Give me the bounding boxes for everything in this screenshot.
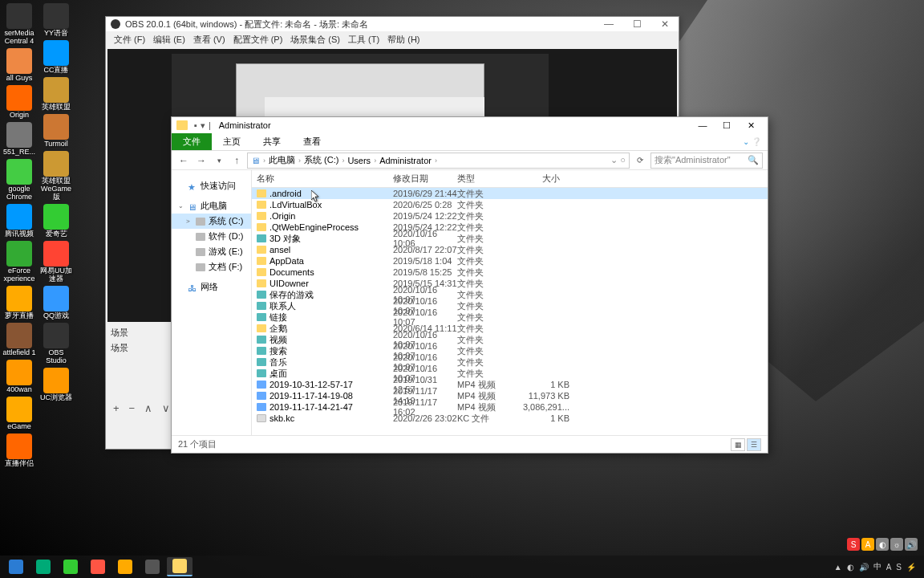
nav-drive[interactable]: 游戏 (E:) xyxy=(172,244,251,259)
column-size[interactable]: 大小 xyxy=(517,170,565,187)
nav-back-button[interactable]: ← xyxy=(176,153,191,168)
obs-menu-item[interactable]: 编辑 (E) xyxy=(150,32,188,47)
file-row[interactable]: UIDowner2019/5/15 14:31文件夹 xyxy=(252,278,768,289)
nav-recent-button[interactable]: ▾ xyxy=(212,153,226,168)
file-row[interactable]: .QtWebEngineProcess2019/5/24 12:22文件夹 xyxy=(252,222,768,233)
desktop-icon[interactable]: google Chrome xyxy=(2,159,37,201)
desktop-icon[interactable]: 爱奇艺 xyxy=(38,204,74,238)
file-row[interactable]: 视频2020/10/16 10:07文件夹 xyxy=(252,334,768,345)
explorer-window[interactable]: ▪ ▾ | Administrator — ☐ ✕ 文件 主页 共享 查看 ⌄ … xyxy=(171,116,768,454)
taskbar-item-media[interactable] xyxy=(58,557,83,576)
obs-menu-item[interactable]: 配置文件 (P) xyxy=(230,32,286,47)
view-details-button[interactable]: ☰ xyxy=(747,438,761,451)
nav-drive[interactable]: 文档 (F:) xyxy=(172,259,251,275)
desktop-icon[interactable]: QQ游戏 xyxy=(38,286,74,320)
desktop-icon[interactable]: YY语音 xyxy=(38,3,74,37)
desktop-icon[interactable]: Origin xyxy=(2,85,37,119)
file-row[interactable]: AppData2019/5/18 1:04文件夹 xyxy=(252,255,768,267)
file-row[interactable]: 桌面2020/10/16 10:07文件夹 xyxy=(252,368,768,379)
nav-up-button[interactable]: ↑ xyxy=(229,153,244,168)
file-row[interactable]: 搜索2020/10/16 10:07文件夹 xyxy=(252,345,768,356)
address-dropdown[interactable]: ⌄ ○ xyxy=(610,155,626,165)
desktop-icon[interactable]: 551_RE... xyxy=(2,122,37,156)
desktop-icon[interactable]: CC直播 xyxy=(38,40,74,74)
obs-panel-button[interactable]: − xyxy=(127,402,138,414)
explorer-file-list[interactable]: 名称 修改日期 类型 大小 .android2019/6/29 21:44文件夹… xyxy=(252,170,768,435)
file-row[interactable]: 链接2020/10/16 10:07文件夹 xyxy=(252,311,768,323)
view-large-icons-button[interactable]: ▦ xyxy=(731,438,745,451)
maximize-button[interactable]: ☐ xyxy=(715,117,739,133)
ribbon-tab-share[interactable]: 共享 xyxy=(252,133,292,150)
taskbar-item-obs[interactable] xyxy=(85,557,111,576)
desktop-icon[interactable]: 英雄联盟 xyxy=(38,77,74,111)
minimize-button[interactable]: — xyxy=(691,117,715,133)
taskbar-item-g[interactable] xyxy=(112,557,138,576)
taskbar[interactable]: ▲◐🔊中AS⚡ xyxy=(0,556,924,578)
obs-minimize-button[interactable]: — xyxy=(599,18,618,30)
nav-forward-button[interactable]: → xyxy=(194,153,209,168)
breadcrumb-item[interactable]: Users xyxy=(346,155,372,166)
taskbar-item-rec[interactable] xyxy=(140,557,165,576)
file-row[interactable]: 联系人2020/10/16 10:07文件夹 xyxy=(252,300,768,311)
file-row[interactable]: ansel2020/8/17 22:07文件夹 xyxy=(252,244,768,255)
nav-network[interactable]: 🖧网络 xyxy=(172,279,251,295)
file-row[interactable]: .Origin2019/5/24 12:22文件夹 xyxy=(252,210,768,222)
obs-close-button[interactable]: ✕ xyxy=(656,18,674,30)
obs-menu-item[interactable]: 文件 (F) xyxy=(111,32,148,47)
file-row[interactable]: 企鹅2020/6/14 11:11文件夹 xyxy=(252,323,768,334)
obs-maximize-button[interactable]: ☐ xyxy=(628,18,646,30)
file-row[interactable]: .android2019/6/29 21:44文件夹 xyxy=(252,188,768,199)
system-tray[interactable]: ▲◐🔊中AS⚡ xyxy=(834,561,921,572)
desktop-icon[interactable]: UC浏览器 xyxy=(38,368,74,401)
tray-icon[interactable]: S xyxy=(896,563,902,572)
file-row[interactable]: 音乐2020/10/16 10:07文件夹 xyxy=(252,356,768,368)
column-date[interactable]: 修改日期 xyxy=(388,170,452,187)
tray-icon[interactable]: ◐ xyxy=(847,563,854,572)
tray-icon[interactable]: ⚡ xyxy=(906,563,916,572)
file-row[interactable]: 2019-11-17-14-19-082019/11/17 14:19MP4 视… xyxy=(252,390,768,401)
desktop-icon[interactable]: OBS Studio xyxy=(38,323,74,364)
qat-button[interactable]: ▪ xyxy=(194,120,197,130)
tray-icon[interactable]: 🔊 xyxy=(859,563,869,572)
tray-icon[interactable]: 中 xyxy=(873,561,881,572)
search-input[interactable]: 搜索"Administrator" 🔍 xyxy=(650,153,763,169)
address-bar[interactable]: 🖥 ›此电脑›系统 (C:)›Users›Administrator›⌄ ○ xyxy=(247,153,630,169)
obs-titlebar[interactable]: OBS 20.0.1 (64bit, windows) - 配置文件: 未命名 … xyxy=(106,17,679,31)
desktop-icon[interactable]: attlefield 1 xyxy=(2,323,37,356)
obs-menu-item[interactable]: 工具 (T) xyxy=(345,32,383,47)
close-button[interactable]: ✕ xyxy=(739,117,763,133)
tray-icon[interactable]: A xyxy=(886,563,892,572)
nav-drive[interactable]: 软件 (D:) xyxy=(172,229,251,244)
obs-panel-button[interactable]: ∧ xyxy=(142,402,155,414)
desktop-icon[interactable]: Turmoil xyxy=(38,114,74,148)
desktop-icon[interactable]: 英雄联盟 WeGame版 xyxy=(38,151,74,201)
file-row[interactable]: .LdVirtualBox2020/6/25 0:28文件夹 xyxy=(252,199,768,210)
tray-icon[interactable]: ▲ xyxy=(834,563,842,572)
nav-this-pc[interactable]: ⌄🖥此电脑 xyxy=(172,198,251,214)
obs-menu-item[interactable]: 场景集合 (S) xyxy=(287,32,343,47)
breadcrumb-item[interactable]: Administrator xyxy=(378,155,433,166)
ribbon-tab-home[interactable]: 主页 xyxy=(212,133,252,150)
ribbon-tab-file[interactable]: 文件 xyxy=(172,133,212,150)
file-row[interactable]: 2019-10-31-12-57-172019/10/31 12:57MP4 视… xyxy=(252,379,768,390)
nav-drive[interactable]: >系统 (C:) xyxy=(172,214,251,229)
ribbon-expand-button[interactable]: ⌄ ❔ xyxy=(736,137,768,146)
ribbon-tab-view[interactable]: 查看 xyxy=(292,133,332,150)
desktop-icon[interactable]: 萝牙直播 xyxy=(2,286,37,320)
file-row[interactable]: skb.kc2020/2/26 23:02KC 文件1 KB xyxy=(252,413,768,424)
obs-menu-item[interactable]: 查看 (V) xyxy=(190,32,229,47)
desktop-icon[interactable]: eForce xperience xyxy=(2,241,37,283)
desktop-icon[interactable]: serMedia Central 4 xyxy=(2,3,37,45)
column-type[interactable]: 类型 xyxy=(452,170,517,187)
obs-panel-button[interactable]: + xyxy=(111,402,122,414)
breadcrumb-item[interactable]: 此电脑 xyxy=(267,153,297,167)
refresh-button[interactable]: ⟳ xyxy=(633,153,647,168)
taskbar-item-explorer[interactable] xyxy=(167,557,192,576)
taskbar-item-edge[interactable] xyxy=(30,557,56,576)
column-name[interactable]: 名称 xyxy=(252,170,388,187)
desktop-icon[interactable]: eGame xyxy=(2,397,37,430)
desktop-icon[interactable]: all Guys xyxy=(2,48,37,82)
desktop-icon[interactable]: 400wan xyxy=(2,360,37,393)
desktop-icon[interactable]: 直播伴侣 xyxy=(2,434,37,467)
qat-button[interactable]: ▾ xyxy=(201,120,205,131)
